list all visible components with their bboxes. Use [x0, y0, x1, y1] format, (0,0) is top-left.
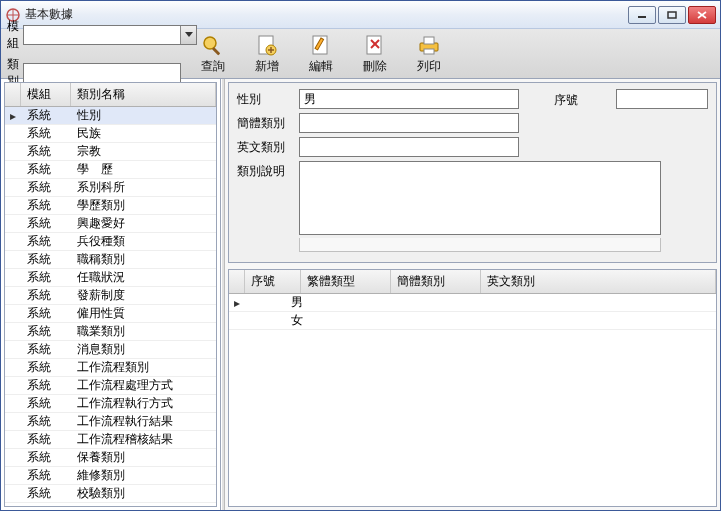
col-simp[interactable]: 簡體類別 — [391, 270, 481, 293]
table-row[interactable]: 女 — [229, 312, 716, 330]
cell-name: 系別科所 — [71, 179, 216, 196]
table-row[interactable]: 系統工作流程稽核結果 — [5, 431, 216, 449]
simp-label: 簡體類別 — [237, 113, 293, 132]
module-input[interactable] — [24, 26, 180, 44]
cell-module: 系統 — [21, 485, 71, 502]
desc-label: 類別說明 — [237, 161, 293, 180]
table-row[interactable]: 系統僱用性質 — [5, 305, 216, 323]
cell-name: 維修類別 — [71, 467, 216, 484]
cell-name: 任職狀況 — [71, 269, 216, 286]
cell-module: 系統 — [21, 395, 71, 412]
cell-module: 系統 — [21, 269, 71, 286]
toolbar: 模組 類別 查詢 新增 編輯 刪除 列印 — [1, 29, 720, 79]
chevron-down-icon[interactable] — [180, 26, 196, 44]
cell-module: 系統 — [21, 233, 71, 250]
add-button[interactable]: 新增 — [246, 33, 288, 75]
query-button[interactable]: 查詢 — [192, 33, 234, 75]
col-module[interactable]: 模組 — [21, 83, 71, 106]
table-row[interactable]: 系統任職狀況 — [5, 269, 216, 287]
cell-name: 工作流程處理方式 — [71, 377, 216, 394]
table-row[interactable]: 系統民族 — [5, 125, 216, 143]
cell-module: 系統 — [21, 449, 71, 466]
close-button[interactable] — [688, 6, 716, 24]
cell-module: 系統 — [21, 467, 71, 484]
table-row[interactable]: 系統職業類別 — [5, 323, 216, 341]
table-row[interactable]: 系統學歷類別 — [5, 197, 216, 215]
table-row[interactable]: 系統維修類別 — [5, 467, 216, 485]
category-grid-body[interactable]: ▸系統性別系統民族系統宗教系統學 歷系統系別科所系統學歷類別系統興趣愛好系統兵役… — [5, 107, 216, 506]
row-indicator: ▸ — [229, 296, 245, 310]
table-row[interactable]: ▸系統性別 — [5, 107, 216, 125]
table-row[interactable]: 系統保養類別 — [5, 449, 216, 467]
table-row[interactable]: ▸男 — [229, 294, 716, 312]
delete-label: 刪除 — [363, 58, 387, 75]
svg-rect-3 — [638, 16, 646, 18]
cell-trad: 女 — [285, 312, 375, 329]
cell-name: 保養類別 — [71, 449, 216, 466]
cell-module: 系統 — [21, 107, 71, 124]
table-row[interactable]: 系統消息類別 — [5, 341, 216, 359]
detail-grid-body[interactable]: ▸男女 — [229, 294, 716, 506]
add-icon — [254, 33, 280, 57]
table-row[interactable]: 系統發薪制度 — [5, 287, 216, 305]
cell-module: 系統 — [21, 161, 71, 178]
cell-name: 宗教 — [71, 143, 216, 160]
detail-form: 性別 序號 簡體類別 英文類別 類別說明 — [228, 82, 717, 263]
category-grid-header: 模組 類別名稱 — [5, 83, 216, 107]
search-icon — [200, 33, 226, 57]
eng-label: 英文類別 — [237, 137, 293, 156]
table-row[interactable]: 系統興趣愛好 — [5, 215, 216, 233]
svg-marker-7 — [185, 32, 193, 37]
col-seq[interactable]: 序號 — [245, 270, 301, 293]
desc-textarea[interactable] — [299, 161, 661, 235]
gender-input[interactable] — [299, 89, 519, 109]
print-icon — [416, 33, 442, 57]
detail-grid[interactable]: 序號 繁體類型 簡體類別 英文類別 ▸男女 — [228, 269, 717, 507]
desc-hscroll[interactable] — [299, 238, 661, 252]
table-row[interactable]: 系統工作流程執行方式 — [5, 395, 216, 413]
cell-name: 性別 — [71, 107, 216, 124]
edit-button[interactable]: 編輯 — [300, 33, 342, 75]
seq-input[interactable] — [616, 89, 708, 109]
minimize-button[interactable] — [628, 6, 656, 24]
cell-name: 工作流程稽核結果 — [71, 431, 216, 448]
simp-input[interactable] — [299, 113, 519, 133]
cell-module: 系統 — [21, 125, 71, 142]
table-row[interactable]: 系統兵役種類 — [5, 233, 216, 251]
cell-module: 系統 — [21, 287, 71, 304]
eng-input[interactable] — [299, 137, 519, 157]
table-row[interactable]: 系統宗教 — [5, 143, 216, 161]
table-row[interactable]: 系統學 歷 — [5, 161, 216, 179]
delete-button[interactable]: 刪除 — [354, 33, 396, 75]
table-row[interactable]: 系統工作流程類別 — [5, 359, 216, 377]
table-row[interactable]: 系統職稱類別 — [5, 251, 216, 269]
cell-name: 校驗類別 — [71, 485, 216, 502]
module-label: 模組 — [7, 18, 19, 52]
table-row[interactable]: 系統工作流程處理方式 — [5, 377, 216, 395]
delete-icon — [362, 33, 388, 57]
cell-module: 系統 — [21, 251, 71, 268]
col-name[interactable]: 類別名稱 — [71, 83, 216, 106]
svg-rect-21 — [424, 49, 434, 54]
col-eng[interactable]: 英文類別 — [481, 270, 716, 293]
cell-module: 系統 — [21, 377, 71, 394]
svg-rect-4 — [668, 12, 676, 18]
cell-name: 工作流程類別 — [71, 359, 216, 376]
right-panel: 性別 序號 簡體類別 英文類別 類別說明 — [225, 79, 720, 510]
module-combo[interactable] — [23, 25, 197, 45]
cell-module: 系統 — [21, 179, 71, 196]
query-label: 查詢 — [201, 58, 225, 75]
table-row[interactable]: 系統校驗類別 — [5, 485, 216, 503]
cell-name: 兵役種類 — [71, 233, 216, 250]
cell-name: 民族 — [71, 125, 216, 142]
table-row[interactable]: 系統工作流程執行結果 — [5, 413, 216, 431]
maximize-button[interactable] — [658, 6, 686, 24]
print-button[interactable]: 列印 — [408, 33, 450, 75]
col-trad[interactable]: 繁體類型 — [301, 270, 391, 293]
cell-module: 系統 — [21, 431, 71, 448]
cell-trad: 男 — [285, 294, 375, 311]
cell-module: 系統 — [21, 143, 71, 160]
table-row[interactable]: 系統系別科所 — [5, 179, 216, 197]
cell-module: 系統 — [21, 341, 71, 358]
category-grid[interactable]: 模組 類別名稱 ▸系統性別系統民族系統宗教系統學 歷系統系別科所系統學歷類別系統… — [4, 82, 217, 507]
